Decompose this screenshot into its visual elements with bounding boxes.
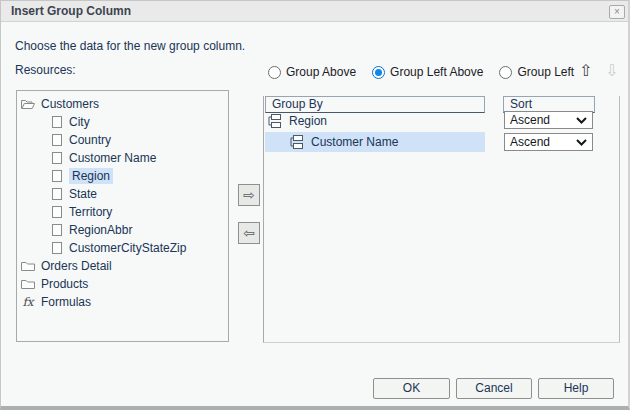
radio-group-left-above[interactable]: Group Left Above (372, 65, 483, 79)
group-row-region[interactable]: Region (265, 111, 327, 131)
radio-label: Group Left Above (390, 65, 483, 79)
dialog-title: Insert Group Column (11, 1, 131, 22)
help-button[interactable]: Help (538, 378, 614, 399)
instruction-text: Choose the data for the new group column… (15, 39, 245, 53)
cancel-button[interactable]: Cancel (456, 378, 532, 399)
group-row-label: Region (289, 114, 327, 128)
tree-item-customers[interactable]: Customers (17, 95, 228, 113)
tree-item-label: RegionAbbr (69, 223, 132, 237)
tree-item-region[interactable]: Region (17, 167, 228, 185)
tree-item-label: Orders Detail (41, 259, 112, 273)
radio-selected-icon[interactable] (372, 66, 385, 79)
tree-item-label-selected: Region (69, 168, 113, 184)
folder-closed-icon (20, 276, 36, 292)
folder-closed-icon (20, 258, 36, 274)
left-arrow-icon: ⇦ (243, 225, 255, 241)
field-icon (48, 240, 64, 256)
field-icon (48, 132, 64, 148)
ok-button[interactable]: OK (373, 378, 450, 399)
group-by-panel: Group By Sort Region Customer Name Ascen… (263, 96, 620, 343)
insert-group-column-dialog: Insert Group Column × Choose the data fo… (0, 0, 630, 410)
tree-item-orders-detail[interactable]: Orders Detail (17, 257, 228, 275)
tree-item-customer-name[interactable]: Customer Name (17, 149, 228, 167)
tree-item-label: CustomerCityStateZip (69, 241, 186, 255)
tree-item-label: Products (41, 277, 88, 291)
group-row-label: Customer Name (311, 135, 398, 149)
resources-label: Resources: (15, 63, 76, 77)
radio-group-left[interactable]: Group Left (499, 65, 574, 79)
resources-tree: Customers City Country Customer Name Reg… (16, 90, 229, 342)
sort-value: Ascend (510, 135, 550, 149)
group-position-options: Group Above Group Left Above Group Left (268, 63, 590, 81)
formula-icon: fx (20, 294, 36, 310)
field-icon (48, 186, 64, 202)
group-icon (267, 113, 283, 129)
tree-item-formulas[interactable]: fx Formulas (17, 293, 228, 311)
chevron-down-icon (576, 139, 587, 146)
move-up-icon[interactable]: ⇧ (579, 61, 592, 81)
tree-item-city[interactable]: City (17, 113, 228, 131)
tree-item-label: State (69, 187, 97, 201)
sort-dropdown-customer-name[interactable]: Ascend (504, 133, 593, 151)
radio-icon[interactable] (268, 66, 281, 79)
radio-group-above[interactable]: Group Above (268, 65, 356, 79)
add-to-group-button[interactable]: ⇨ (238, 184, 260, 206)
folder-open-icon (20, 96, 36, 112)
tree-item-label: Customers (41, 97, 99, 111)
field-icon (48, 222, 64, 238)
tree-item-label: Formulas (41, 295, 91, 309)
tree-item-regionabbr[interactable]: RegionAbbr (17, 221, 228, 239)
sort-value: Ascend (510, 113, 550, 127)
tree-item-label: Territory (69, 205, 112, 219)
field-icon (48, 150, 64, 166)
radio-label: Group Left (517, 65, 574, 79)
tree-item-state[interactable]: State (17, 185, 228, 203)
radio-label: Group Above (286, 65, 356, 79)
move-down-icon-disabled[interactable]: ⇩ (605, 61, 618, 81)
right-arrow-icon: ⇨ (243, 187, 255, 203)
field-icon (48, 114, 64, 130)
tree-item-label: City (69, 115, 90, 129)
tree-item-customercitystatezip[interactable]: CustomerCityStateZip (17, 239, 228, 257)
close-icon[interactable]: × (609, 5, 625, 19)
field-icon (48, 204, 64, 220)
tree-item-country[interactable]: Country (17, 131, 228, 149)
title-bar: Insert Group Column × (1, 1, 628, 22)
chevron-down-icon (576, 117, 587, 124)
radio-icon[interactable] (499, 66, 512, 79)
group-row-customer-name-selected[interactable]: Customer Name (265, 132, 485, 152)
remove-from-group-button[interactable]: ⇦ (238, 222, 260, 244)
tree-item-label: Customer Name (69, 151, 156, 165)
tree-item-territory[interactable]: Territory (17, 203, 228, 221)
tree-item-label: Country (69, 133, 111, 147)
sort-dropdown-region[interactable]: Ascend (504, 111, 593, 129)
field-icon (48, 168, 64, 184)
group-icon (289, 134, 305, 150)
tree-item-products[interactable]: Products (17, 275, 228, 293)
